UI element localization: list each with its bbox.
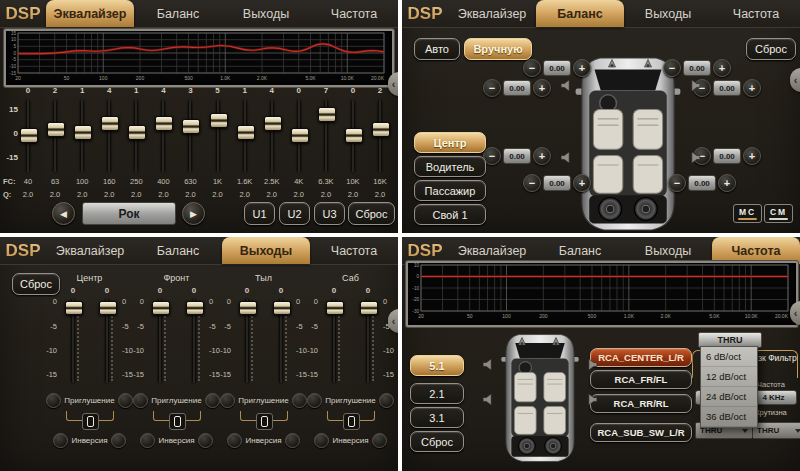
- level-plus-button[interactable]: +: [533, 147, 551, 165]
- low-filter-slope-dropdown[interactable]: THRU: [752, 422, 800, 439]
- memory-button-2[interactable]: U2: [279, 202, 310, 225]
- invert-left-radio[interactable]: [314, 433, 329, 448]
- tab-0[interactable]: Эквалайзер: [448, 0, 536, 27]
- output-slider-knob[interactable]: [186, 301, 204, 315]
- mute-right-radio[interactable]: [379, 393, 394, 408]
- tab-3[interactable]: Частота: [310, 237, 398, 264]
- eq-band-slider-knob[interactable]: [264, 116, 282, 131]
- tab-3[interactable]: Частота: [310, 0, 398, 27]
- tab-1-active[interactable]: Баланс: [536, 0, 624, 27]
- eq-band-slider-track[interactable]: [188, 100, 192, 172]
- link-channels-button[interactable]: [82, 413, 99, 430]
- tab-0[interactable]: Эквалайзер: [46, 237, 134, 264]
- manual-button[interactable]: Вручную: [464, 38, 532, 60]
- eq-band-slider-knob[interactable]: [20, 128, 38, 143]
- mode-button-2-1[interactable]: 2.1: [410, 383, 464, 404]
- level-plus-button[interactable]: +: [533, 79, 551, 97]
- eq-band-slider-knob[interactable]: [345, 128, 363, 143]
- level-minus-button[interactable]: −: [523, 174, 541, 192]
- channel-button-2[interactable]: RCA_RR/RL: [590, 394, 692, 413]
- level-minus-button[interactable]: −: [483, 79, 501, 97]
- slope-option-1[interactable]: 12 dB/oct: [701, 367, 757, 387]
- invert-right-radio[interactable]: [285, 433, 300, 448]
- channel-button-0[interactable]: RCA_CENTER_L/R: [590, 348, 692, 367]
- eq-reset-button[interactable]: Сброс: [348, 202, 395, 225]
- eq-band-slider-knob[interactable]: [237, 125, 255, 140]
- mute-left-radio[interactable]: [220, 393, 235, 408]
- eq-band-slider-knob[interactable]: [372, 122, 390, 137]
- balance-preset-3[interactable]: Свой 1: [414, 204, 486, 225]
- eq-band-slider-track[interactable]: [216, 100, 220, 172]
- slope-option-2[interactable]: 24 dB/oct: [701, 387, 757, 407]
- mute-left-radio[interactable]: [46, 393, 61, 408]
- mode-button-5-1[interactable]: 5.1: [410, 355, 464, 376]
- link-channels-button[interactable]: [343, 413, 360, 430]
- preset-prev-button[interactable]: ◀: [52, 202, 75, 225]
- link-channels-button[interactable]: [256, 413, 273, 430]
- tab-2[interactable]: Выходы: [624, 237, 712, 264]
- eq-band-slider-knob[interactable]: [74, 125, 92, 140]
- channel-button-1[interactable]: RCA_FR/FL: [590, 370, 692, 389]
- level-plus-button[interactable]: +: [743, 147, 761, 165]
- output-slider-knob[interactable]: [273, 301, 291, 315]
- invert-right-radio[interactable]: [111, 433, 126, 448]
- drawer-handle[interactable]: ‹: [790, 68, 800, 92]
- link-channels-button[interactable]: [169, 413, 186, 430]
- eq-band-slider-knob[interactable]: [128, 125, 146, 140]
- balance-preset-1[interactable]: Водитель: [414, 156, 486, 177]
- level-minus-button[interactable]: −: [668, 174, 686, 192]
- level-minus-button[interactable]: −: [663, 59, 681, 77]
- level-plus-button[interactable]: +: [713, 59, 731, 77]
- invert-right-radio[interactable]: [198, 433, 213, 448]
- output-slider-knob[interactable]: [65, 301, 83, 315]
- tab-1[interactable]: Баланс: [134, 0, 222, 27]
- eq-band-slider-knob[interactable]: [318, 107, 336, 122]
- tab-1[interactable]: Баланс: [536, 237, 624, 264]
- balance-reset-button[interactable]: Сброс: [746, 38, 796, 60]
- tab-2[interactable]: Выходы: [222, 0, 310, 27]
- level-plus-button[interactable]: +: [743, 79, 761, 97]
- mute-right-radio[interactable]: [205, 393, 220, 408]
- tab-0-active[interactable]: Эквалайзер: [46, 0, 134, 27]
- output-slider-knob[interactable]: [239, 301, 257, 315]
- eq-band-slider-knob[interactable]: [291, 128, 309, 143]
- memory-button-1[interactable]: U1: [244, 202, 275, 225]
- eq-band-slider-track[interactable]: [107, 100, 111, 172]
- output-slider-knob[interactable]: [326, 301, 344, 315]
- invert-left-radio[interactable]: [227, 433, 242, 448]
- auto-button[interactable]: Авто: [414, 38, 460, 60]
- level-minus-button[interactable]: −: [523, 59, 541, 77]
- slope-option-0[interactable]: 6 dB/oct: [701, 347, 757, 367]
- cm-mode-button[interactable]: CM: [764, 204, 793, 223]
- mute-left-radio[interactable]: [133, 393, 148, 408]
- output-slider-knob[interactable]: [152, 301, 170, 315]
- tab-3[interactable]: Частота: [712, 0, 800, 27]
- tab-2[interactable]: Выходы: [624, 0, 712, 27]
- invert-left-radio[interactable]: [53, 433, 68, 448]
- tab-0[interactable]: Эквалайзер: [448, 237, 536, 264]
- level-plus-button[interactable]: +: [573, 59, 591, 77]
- eq-band-slider-knob[interactable]: [101, 116, 119, 131]
- memory-button-3[interactable]: U3: [314, 202, 345, 225]
- preset-next-button[interactable]: ▶: [182, 202, 205, 225]
- tab-3-active[interactable]: Частота: [712, 237, 800, 264]
- eq-band-slider-track[interactable]: [270, 100, 274, 172]
- mute-left-radio[interactable]: [307, 393, 322, 408]
- tab-2-active[interactable]: Выходы: [222, 237, 310, 264]
- mode-button-3-1[interactable]: 3.1: [410, 407, 464, 428]
- eq-band-slider-knob[interactable]: [155, 116, 173, 131]
- preset-display[interactable]: Рок: [82, 202, 176, 225]
- balance-preset-0[interactable]: Центр: [414, 132, 486, 153]
- mute-right-radio[interactable]: [292, 393, 307, 408]
- mc-mode-button[interactable]: MC: [733, 204, 762, 223]
- output-slider-knob[interactable]: [360, 301, 378, 315]
- tab-1[interactable]: Баланс: [134, 237, 222, 264]
- eq-band-slider-knob[interactable]: [210, 113, 228, 128]
- invert-right-radio[interactable]: [372, 433, 387, 448]
- mute-right-radio[interactable]: [118, 393, 133, 408]
- eq-band-slider-knob[interactable]: [47, 122, 65, 137]
- channel-button-3[interactable]: RCA_SUB_SW_L/R: [590, 423, 692, 442]
- slope-option-3[interactable]: 36 dB/oct: [701, 407, 757, 427]
- output-slider-knob[interactable]: [99, 301, 117, 315]
- balance-preset-2[interactable]: Пассажир: [414, 180, 486, 201]
